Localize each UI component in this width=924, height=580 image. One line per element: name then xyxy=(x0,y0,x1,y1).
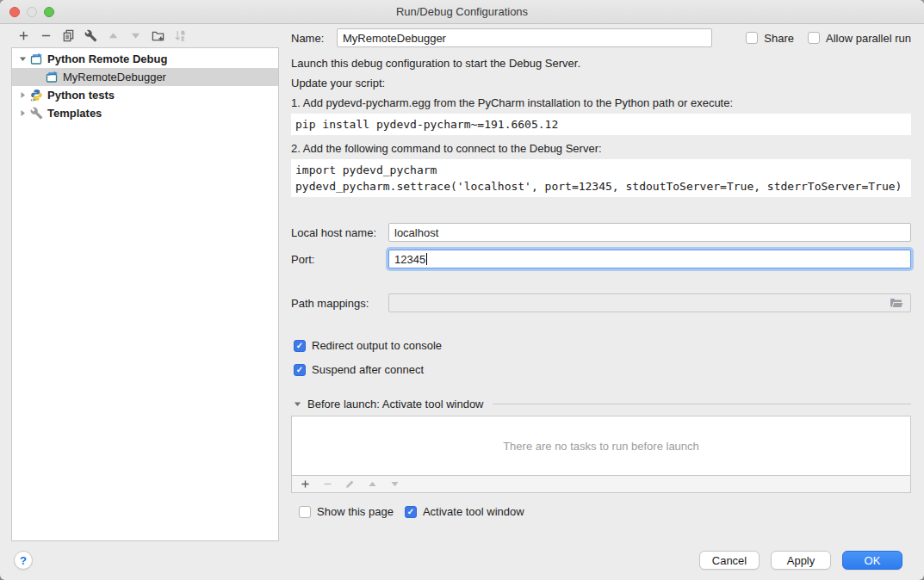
settrace-code-snippet: import pydevd_pycharmpydevd_pycharm.sett… xyxy=(291,159,911,197)
description-line-2: Update your script: xyxy=(291,77,911,89)
name-label: Name: xyxy=(291,32,337,45)
remove-task-button[interactable] xyxy=(321,478,333,491)
arrow-down-icon xyxy=(389,478,400,490)
configurations-sidebar: Python Remote Debug MyRemoteDebugger Pyt… xyxy=(0,24,286,542)
redirect-output-row: ✓ Redirect output to console xyxy=(294,339,911,352)
remote-debug-icon xyxy=(30,52,43,65)
path-mappings-row: Path mappings: xyxy=(291,293,911,312)
tree-item-myremotedebugger[interactable]: MyRemoteDebugger xyxy=(12,68,278,86)
add-configuration-button[interactable] xyxy=(16,29,30,43)
port-input[interactable]: 12345 xyxy=(388,250,911,268)
pip-install-command: pip install pydevd-pycharm~=191.6605.12 xyxy=(291,114,911,135)
minus-icon xyxy=(40,29,53,42)
before-launch-title: Before launch: Activate tool window xyxy=(307,398,484,410)
tree-item-label: MyRemoteDebugger xyxy=(63,71,166,83)
create-folder-button[interactable] xyxy=(151,29,164,43)
show-this-page-label: Show this page xyxy=(317,505,394,518)
help-button[interactable]: ? xyxy=(14,551,33,570)
port-value: 12345 xyxy=(394,253,425,266)
before-launch-tasks-panel: There are no tasks to run before launch xyxy=(291,416,911,476)
sidebar-toolbar xyxy=(0,24,286,47)
port-row: Port: 12345 xyxy=(291,250,911,268)
check-icon: ✓ xyxy=(407,508,414,516)
configuration-form: Name: ✓ Share ✓ Allow parallel run Launc… xyxy=(286,24,924,542)
local-host-name-input[interactable] xyxy=(388,223,911,242)
add-task-button[interactable] xyxy=(299,478,311,491)
apply-button[interactable]: Apply xyxy=(771,551,831,570)
dialog-body: Python Remote Debug MyRemoteDebugger Pyt… xyxy=(0,24,924,542)
code-line-1: import pydevd_pycharm xyxy=(295,164,437,176)
text-caret xyxy=(426,253,427,265)
close-window-button[interactable] xyxy=(9,7,20,17)
titlebar: Run/Debug Configurations xyxy=(0,0,924,24)
remote-debug-icon xyxy=(46,71,59,83)
description-line-1: Launch this debug configuration to start… xyxy=(291,57,911,70)
edit-defaults-button[interactable] xyxy=(84,29,97,43)
page-options-row: ✓ Show this page ✓ Activate tool window xyxy=(299,505,911,518)
port-label: Port: xyxy=(291,253,388,266)
suspend-after-connect-checkbox[interactable]: ✓ xyxy=(294,364,306,376)
allow-parallel-run-label: Allow parallel run xyxy=(826,32,911,45)
suspend-after-connect-row: ✓ Suspend after connect xyxy=(294,363,911,376)
share-label: Share xyxy=(764,32,794,45)
name-input[interactable] xyxy=(337,28,712,47)
instruction-step-1: 1. Add pydevd-pycharm.egg from the PyCha… xyxy=(291,96,911,109)
footer-buttons: Cancel Apply OK xyxy=(699,551,902,570)
tree-item-python-tests[interactable]: Python tests xyxy=(12,86,278,104)
local-host-row: Local host name: xyxy=(291,223,911,242)
show-this-page-checkbox[interactable]: ✓ xyxy=(299,506,311,518)
plus-icon xyxy=(300,478,311,490)
window-title: Run/Debug Configurations xyxy=(396,5,528,18)
expand-arrow-icon[interactable] xyxy=(17,55,28,63)
name-row: Name: ✓ Share ✓ Allow parallel run xyxy=(291,28,911,47)
instruction-step-2: 2. Add the following command to connect … xyxy=(291,142,911,155)
browse-mappings-button[interactable] xyxy=(888,295,905,311)
sort-configurations-button[interactable] xyxy=(173,29,187,43)
check-icon: ✓ xyxy=(296,366,303,374)
redirect-output-label: Redirect output to console xyxy=(312,339,442,352)
empty-tasks-message: There are no tasks to run before launch xyxy=(503,440,699,453)
tree-item-templates[interactable]: Templates xyxy=(12,104,278,122)
activate-tool-window-label: Activate tool window xyxy=(423,505,524,518)
pencil-icon xyxy=(344,478,356,490)
share-checkbox[interactable]: ✓ xyxy=(746,32,758,44)
move-up-button[interactable] xyxy=(106,29,120,43)
sort-az-icon xyxy=(174,29,187,42)
move-task-down-button[interactable] xyxy=(388,478,400,491)
python-tests-icon xyxy=(30,89,43,102)
path-mappings-label: Path mappings: xyxy=(291,297,388,310)
new-folder-icon xyxy=(152,29,164,42)
zoom-window-button[interactable] xyxy=(44,7,54,17)
redirect-output-checkbox[interactable]: ✓ xyxy=(294,340,306,352)
copy-configuration-button[interactable] xyxy=(61,29,75,43)
tree-item-label: Python tests xyxy=(47,89,115,102)
remove-configuration-button[interactable] xyxy=(39,29,53,43)
question-mark-icon: ? xyxy=(20,554,27,567)
before-launch-header[interactable]: Before launch: Activate tool window xyxy=(294,398,911,410)
tree-item-label: Templates xyxy=(47,107,102,120)
copy-icon xyxy=(62,29,75,42)
collapse-arrow-icon[interactable] xyxy=(17,91,28,99)
code-line-2: pydevd_pycharm.settrace('localhost', por… xyxy=(295,180,902,193)
cancel-button[interactable]: Cancel xyxy=(699,551,760,570)
collapse-arrow-icon[interactable] xyxy=(17,109,28,117)
tasks-toolbar xyxy=(291,476,911,493)
arrow-down-icon xyxy=(129,29,142,42)
edit-task-button[interactable] xyxy=(344,478,356,491)
local-host-name-label: Local host name: xyxy=(291,226,388,239)
wrench-icon xyxy=(30,107,43,120)
path-mappings-input[interactable] xyxy=(388,293,911,312)
move-down-button[interactable] xyxy=(128,29,142,43)
allow-parallel-run-checkbox[interactable]: ✓ xyxy=(808,32,820,44)
tree-item-python-remote-debug[interactable]: Python Remote Debug xyxy=(12,50,278,68)
chevron-down-icon xyxy=(294,400,301,408)
activate-tool-window-checkbox[interactable]: ✓ xyxy=(405,506,417,518)
minimize-window-button[interactable] xyxy=(27,7,37,17)
share-options: ✓ Share ✓ Allow parallel run xyxy=(746,32,911,45)
ok-button[interactable]: OK xyxy=(842,551,902,570)
configurations-tree: Python Remote Debug MyRemoteDebugger Pyt… xyxy=(11,47,279,541)
tree-item-label: Python Remote Debug xyxy=(47,52,167,65)
check-icon: ✓ xyxy=(296,342,303,350)
move-task-up-button[interactable] xyxy=(366,478,378,491)
arrow-up-icon xyxy=(367,478,378,490)
